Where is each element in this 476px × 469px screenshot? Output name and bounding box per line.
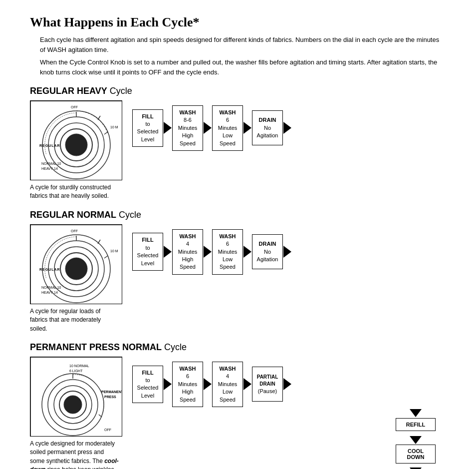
svg-text:10 M: 10 M	[110, 125, 118, 129]
svg-text:REGULAR: REGULAR	[39, 268, 60, 271]
flow-box-fill-2: FILL to Selected Level	[132, 233, 163, 271]
svg-text:NORMAL 10: NORMAL 10	[41, 162, 61, 165]
intro-paragraph-2: When the Cycle Control Knob is set to a …	[40, 57, 446, 77]
arrow-down-pp-2	[410, 436, 422, 444]
svg-point-33	[64, 396, 82, 414]
arrow-2-1	[164, 246, 172, 258]
dial-area-regular-normal: OFF 10 M REGULAR NORMAL 10 HEAVY 14 A cy…	[30, 224, 122, 333]
svg-text:10 NORMAL: 10 NORMAL	[69, 364, 89, 368]
arrow-1-2	[204, 122, 212, 134]
svg-text:6 LIGHT: 6 LIGHT	[69, 369, 83, 373]
svg-point-5	[65, 134, 87, 156]
flow-box-drain-1: DRAIN No Agitation	[252, 110, 283, 145]
arrow-3-2	[204, 378, 212, 390]
arrow-2-2	[204, 246, 212, 258]
cooldown-box: COOL DOWN	[396, 445, 436, 464]
dial-area-regular-heavy: OFF 10 M REGULAR NORMAL 10 HEAVY 14 A cy…	[30, 100, 122, 201]
cycle-caption-permanent-press: A cycle designed for moderately soiled p…	[30, 440, 120, 469]
svg-text:OFF: OFF	[104, 428, 111, 432]
svg-point-19	[65, 258, 87, 280]
flow-box-fill-1: FILL to Selected Level	[132, 109, 163, 147]
cycle-title-regular-normal: REGULAR NORMAL Cycle	[30, 210, 446, 220]
svg-text:OFF: OFF	[71, 229, 78, 233]
cycle-title-permanent-press: PERMANENT PRESS NORMAL Cycle	[30, 342, 446, 353]
dial-box-permanent-press: OFF 10 NORMAL 6 LIGHT PERMANENT PRESS	[30, 357, 122, 437]
flow-box-wash-low-3: WASH 4 Minutes Low Speed	[212, 362, 243, 407]
flow-area-regular-heavy: FILL to Selected Level WASH 8-6 Minutes …	[132, 105, 446, 151]
cycle-row-regular-normal: OFF 10 M REGULAR NORMAL 10 HEAVY 14 A cy…	[30, 224, 446, 333]
cycle-caption-regular-normal: A cycle for regular loads of fabrics tha…	[30, 307, 120, 333]
dial-box-regular-heavy: OFF 10 M REGULAR NORMAL 10 HEAVY 14	[30, 100, 122, 180]
flow-area-regular-normal: FILL to Selected Level WASH 4 Minutes Hi…	[132, 229, 446, 275]
flow-box-wash-high-2: WASH 4 Minutes High Speed	[172, 229, 203, 275]
svg-text:NORMAL 10: NORMAL 10	[41, 286, 61, 289]
flow-box-wash-low-1: WASH 6 Minutes Low Speed	[212, 105, 243, 151]
flow-box-wash-low-2: WASH 6 Minutes Low Speed	[212, 229, 243, 275]
svg-text:HEAVY 14: HEAVY 14	[41, 167, 58, 170]
svg-text:REGULAR: REGULAR	[39, 144, 60, 147]
arrow-1-3	[243, 122, 251, 134]
arrow-3-3	[243, 378, 251, 390]
svg-text:OFF: OFF	[71, 105, 78, 109]
arrow-2-4	[283, 246, 291, 258]
cycle-row-permanent-press: OFF 10 NORMAL 6 LIGHT PERMANENT PRESS A …	[30, 357, 446, 469]
cycle-caption-regular-heavy: A cycle for sturdily constructed fabrics…	[30, 183, 120, 201]
intro-paragraph-1: Each cycle has different agitation and s…	[40, 35, 446, 54]
pp-flow-top-row: FILL to Selected Level WASH 6 Minutes Hi…	[132, 362, 446, 407]
svg-text:PERMANENT: PERMANENT	[101, 390, 122, 394]
arrow-3-4	[283, 378, 291, 390]
dial-box-regular-normal: OFF 10 M REGULAR NORMAL 10 HEAVY 14	[30, 224, 122, 304]
flow-box-wash-high-3: WASH 6 Minutes High Speed	[172, 362, 203, 407]
arrow-3-1	[164, 378, 172, 390]
dial-area-permanent-press: OFF 10 NORMAL 6 LIGHT PERMANENT PRESS A …	[30, 357, 122, 469]
flow-box-partial-drain: PARTIALDRAIN (Pause)	[252, 367, 283, 402]
flow-box-drain-2: DRAIN No Agitation	[252, 234, 283, 269]
svg-text:10 M: 10 M	[110, 249, 118, 253]
pp-flow-container: FILL to Selected Level WASH 6 Minutes Hi…	[132, 357, 446, 469]
svg-text:PRESS: PRESS	[104, 395, 116, 399]
arrow-2-3	[243, 246, 251, 258]
arrow-down-pp	[410, 409, 422, 417]
pp-flow-bottom: REFILL COOL DOWN	[132, 408, 438, 469]
cycle-title-regular-heavy: REGULAR HEAVY Cycle	[30, 86, 446, 96]
svg-text:HEAVY 14: HEAVY 14	[41, 291, 58, 294]
flow-box-wash-high-1: WASH 8-6 Minutes High Speed	[172, 105, 203, 151]
arrow-1-1	[164, 122, 172, 134]
page-title: What Happens in Each Cycle*	[30, 15, 446, 30]
cycle-row-regular-heavy: OFF 10 M REGULAR NORMAL 10 HEAVY 14 A cy…	[30, 100, 446, 201]
arrow-1-4	[283, 122, 291, 134]
refill-box: REFILL	[396, 418, 436, 431]
flow-box-fill-3: FILL to Selected Level	[132, 366, 163, 404]
